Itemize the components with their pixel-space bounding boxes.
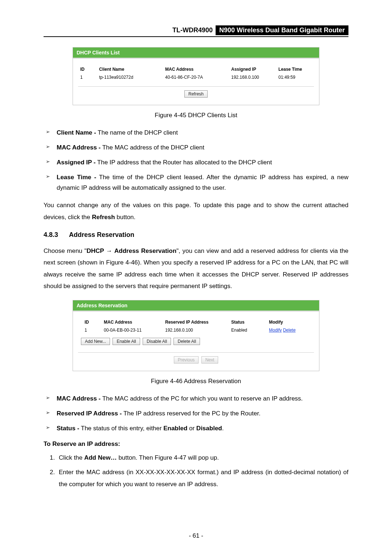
list-item: Client Name - The name of the DHCP clien… — [44, 128, 348, 138]
section-heading: 4.8.3Address Reservation — [44, 231, 348, 239]
cell-id: 1 — [78, 73, 97, 81]
list-item: Lease Time - The time of the DHCP client… — [44, 172, 348, 193]
cell-mac: 00-0A-EB-00-23-11 — [102, 326, 163, 334]
reserve-heading: To Reserve an IP address: — [44, 440, 348, 448]
col-mac: MAC Address — [102, 318, 163, 326]
col-id: ID — [78, 318, 102, 326]
panel-title: DHCP Clients List — [73, 48, 319, 59]
col-modify: Modify — [267, 318, 314, 326]
enable-all-button[interactable]: Enable All — [113, 338, 140, 345]
col-ip: Assigned IP — [229, 65, 276, 73]
figure-caption-46: Figure 4-46 Address Reservation — [44, 378, 348, 385]
cell-mac: 40-61-86-CF-20-7A — [163, 73, 229, 81]
cell-status: Enabled — [229, 326, 267, 334]
dhcp-clients-panel: DHCP Clients List ID Client Name MAC Add… — [73, 47, 319, 105]
table-row: 1 tp-113ea910272d 40-61-86-CF-20-7A 192.… — [78, 73, 314, 81]
table-row: 1 00-0A-EB-00-23-11 192.168.0.100 Enable… — [78, 326, 314, 334]
page-number: - 61 - — [0, 532, 392, 539]
section-number: 4.8.3 — [44, 231, 69, 239]
disable-all-button[interactable]: Disable All — [143, 338, 171, 345]
model-label: TL-WDR4900 — [170, 25, 216, 35]
panel-title: Address Reservation — [73, 300, 319, 312]
paragraph: Choose menu "DHCP → Address Reservation"… — [44, 245, 348, 292]
col-status: Status — [229, 318, 267, 326]
refresh-button[interactable]: Refresh — [184, 90, 208, 98]
col-mac: MAC Address — [163, 65, 229, 73]
delete-all-button[interactable]: Delete All — [173, 338, 200, 345]
cell-ip: 192.168.0.100 — [163, 326, 229, 334]
col-id: ID — [78, 65, 97, 73]
page-header: TL-WDR4900 N900 Wireless Dual Band Gigab… — [44, 25, 348, 37]
list-item: Status - The status of this entry, eithe… — [44, 423, 348, 434]
step-item: Enter the MAC address (in XX-XX-XX-XX-XX… — [57, 467, 348, 490]
delete-link[interactable]: Delete — [283, 328, 296, 333]
col-ip: Reserved IP Address — [163, 318, 229, 326]
definitions-list-1: Client Name - The name of the DHCP clien… — [44, 128, 348, 193]
cell-lease: 01:49:59 — [276, 73, 314, 81]
list-item: MAC Address - The MAC address of the DHC… — [44, 143, 348, 153]
add-new-button[interactable]: Add New... — [81, 338, 110, 345]
cell-id: 1 — [78, 326, 102, 334]
address-reservation-panel: Address Reservation ID MAC Address Reser… — [73, 300, 319, 371]
paragraph: You cannot change any of the values on t… — [44, 200, 348, 223]
list-item: Reserved IP Address - The IP address res… — [44, 409, 348, 419]
dhcp-clients-table: ID Client Name MAC Address Assigned IP L… — [78, 65, 314, 81]
steps-list: Click the Add New… button. Then Figure 4… — [44, 452, 348, 490]
list-item: Assigned IP - The IP address that the Ro… — [44, 157, 348, 168]
next-button[interactable]: Next — [201, 356, 219, 364]
list-item: MAC Address - The MAC address of the PC … — [44, 394, 348, 404]
col-lease: Lease Time — [276, 65, 314, 73]
cell-ip: 192.168.0.100 — [229, 73, 276, 81]
section-title: Address Reservation — [69, 231, 134, 238]
previous-button[interactable]: Previous — [174, 356, 199, 364]
step-item: Click the Add New… button. Then Figure 4… — [57, 452, 348, 464]
figure-caption-45: Figure 4-45 DHCP Clients List — [44, 112, 348, 119]
product-label: N900 Wireless Dual Band Gigabit Router — [216, 25, 348, 35]
col-name: Client Name — [97, 65, 163, 73]
modify-link[interactable]: Modify — [269, 328, 282, 333]
definitions-list-2: MAC Address - The MAC address of the PC … — [44, 394, 348, 434]
address-reservation-table: ID MAC Address Reserved IP Address Statu… — [78, 318, 314, 334]
cell-name: tp-113ea910272d — [97, 73, 163, 81]
